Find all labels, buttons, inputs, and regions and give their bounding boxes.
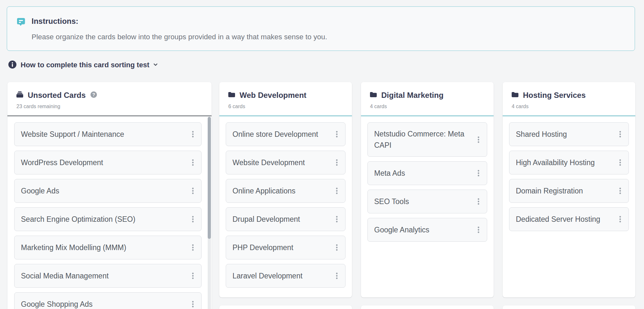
svg-text:?: ? xyxy=(92,92,95,97)
